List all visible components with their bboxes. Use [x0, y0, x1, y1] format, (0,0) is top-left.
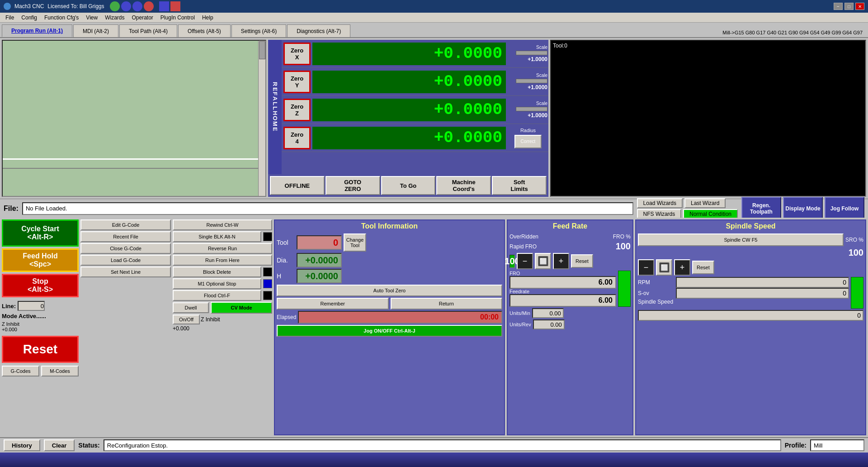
tab-mdi[interactable]: MDI (Alt-2) [73, 24, 118, 37]
fro-center-button[interactable]: 🔲 [535, 253, 551, 269]
fro-label: FRO [509, 271, 520, 276]
gcode-scrollbar[interactable] [258, 41, 265, 196]
close-gcode-button[interactable]: Close G-Code [80, 243, 171, 254]
tab-settings[interactable]: Settings (Alt-6) [231, 24, 286, 37]
block-delete-button[interactable]: Block Delete [173, 267, 261, 277]
menu-config[interactable]: Config [18, 14, 41, 22]
spindle-speed-value: 0 [638, 310, 863, 321]
zero-y-button[interactable]: ZeroY [283, 71, 311, 93]
app-title: Mach3 CNC [14, 3, 44, 10]
rewind-button[interactable]: Rewind Ctrl-W [173, 219, 272, 230]
file-input[interactable] [22, 202, 633, 215]
single-blk-button[interactable]: Single BLK Alt-N [173, 231, 261, 242]
dro-z-scale: Scale +1.0000 [508, 100, 548, 119]
tool-action-buttons: Auto Tool Zero [277, 285, 502, 296]
on-off-button[interactable]: On/Off [173, 315, 200, 324]
sov-row: S-ov 0 [638, 288, 849, 299]
jog-on-off-button[interactable]: Jog ON/OFF Ctrl-Alt-J [277, 325, 502, 337]
to-go-button[interactable]: To Go [381, 176, 436, 195]
clear-button[interactable]: Clear [44, 439, 75, 451]
fro-controls-row: 100 − 🔲 + Reset [509, 253, 631, 269]
dia-label: Dia. [277, 257, 295, 264]
run-from-here-button[interactable]: Run From Here [173, 255, 272, 266]
dro-z-row: ZeroZ +0.0000 Scale +1.0000 [282, 96, 548, 124]
menu-wizards[interactable]: Wizards [101, 14, 128, 22]
tab-bar: Program Run (Alt-1) MDI (Alt-2) Tool Pat… [0, 23, 868, 38]
history-button[interactable]: History [4, 439, 40, 451]
change-tool-button[interactable]: ChangeTool [344, 234, 366, 252]
restore-button[interactable]: □ [844, 3, 854, 10]
dro-z-scale-bar [516, 107, 547, 111]
spindle-plus-button[interactable]: + [674, 259, 690, 276]
dro-x-scale-bar [516, 51, 547, 55]
edit-gcode-button[interactable]: Edit G-Code [80, 219, 171, 230]
fro-minus-button[interactable]: − [517, 253, 533, 269]
offline-button[interactable]: OFFLINE [270, 176, 325, 195]
fro-plus-button[interactable]: + [553, 253, 569, 269]
elapsed-label: Elapsed [277, 314, 296, 320]
status-icon-2 [121, 1, 131, 11]
last-wizard-button[interactable]: Last Wizard [684, 198, 726, 208]
flood-button[interactable]: Flood Ctrl-F [173, 290, 261, 301]
elapsed-value: 00:00 [298, 311, 502, 324]
menu-function-cfgs[interactable]: Function Cfg's [41, 14, 82, 22]
tool-label: Tool [277, 239, 295, 246]
return-button[interactable]: Return [391, 298, 503, 310]
line-input[interactable] [18, 301, 45, 311]
spindle-center-button[interactable]: 🔲 [656, 259, 672, 276]
radius-correct-button[interactable]: Correct [514, 135, 542, 148]
cycle-start-button[interactable]: Cycle Start<Alt-R> [2, 219, 79, 247]
flood-indicator [263, 291, 272, 300]
regen-toolpath-button[interactable]: Regen. Toolpath [741, 197, 781, 220]
jog-follow-button[interactable]: Jog Follow [825, 197, 864, 220]
dwell-button[interactable]: Dwell [173, 302, 209, 313]
fro-percent-value: 100 [616, 241, 631, 252]
auto-tool-zero-button[interactable]: Auto Tool Zero [277, 285, 502, 296]
reverse-run-button[interactable]: Reverse Run [173, 243, 272, 254]
gcodes-button[interactable]: G-Codes [2, 366, 39, 376]
menu-view[interactable]: View [82, 14, 101, 22]
reset-button[interactable]: Reset [2, 336, 79, 363]
minimize-button[interactable]: − [834, 3, 843, 10]
spindle-minus-button[interactable]: − [638, 259, 654, 276]
mode-active-label: Mode Active...... [2, 313, 79, 319]
zero-4-button[interactable]: Zero4 [283, 127, 311, 149]
load-gcode-button[interactable]: Load G-Code [80, 255, 171, 266]
stop-button[interactable]: Stop<Alt-S> [2, 274, 79, 297]
display-mode-button[interactable]: Display Mode [783, 197, 823, 220]
zero-x-button[interactable]: ZeroX [283, 43, 311, 65]
elapsed-row: Elapsed 00:00 [277, 311, 502, 324]
soft-limits-button[interactable]: SoftLimits [492, 176, 547, 195]
tab-diagnostics[interactable]: Diagnostics (Alt-7) [287, 24, 350, 37]
optional-stop-button[interactable]: M1 Optional Stop [173, 278, 261, 289]
spindle-cw-button[interactable]: Spindle CW F5 [638, 234, 844, 246]
feed-hold-button[interactable]: Feed Hold<Spc> [2, 248, 79, 272]
gcode-current-line [3, 168, 258, 169]
load-wizards-button[interactable]: Load Wizards [637, 198, 683, 208]
remember-button[interactable]: Remember [277, 298, 389, 310]
tab-tool-path[interactable]: Tool Path (Alt-4) [119, 24, 177, 37]
title-bar: Mach3 CNC Licensed To: Bill Griggs − □ ✕ [0, 0, 868, 13]
menu-operator[interactable]: Operator [128, 14, 157, 22]
recent-file-button[interactable]: Recent File [80, 231, 171, 242]
close-button[interactable]: ✕ [855, 3, 864, 10]
feedrate-label: Feedrate [509, 289, 529, 294]
menu-file[interactable]: File [2, 14, 18, 22]
set-next-line-button[interactable]: Set Next Line [80, 267, 171, 277]
tab-program-run[interactable]: Program Run (Alt-1) [2, 24, 72, 37]
goto-zero-button[interactable]: GOTOZERO [326, 176, 380, 195]
machine-coords-button[interactable]: MachineCoord's [436, 176, 491, 195]
tab-offsets[interactable]: Offsets (Alt-5) [178, 24, 231, 37]
sro-value: 100 [849, 248, 863, 257]
dro-y-scale: Scale +1.0000 [508, 72, 548, 91]
fro-display: FRO 6.00 Feedrate 6.00 [509, 271, 616, 307]
menu-plugin-control[interactable]: PlugIn Control [157, 14, 198, 22]
cv-mode-button[interactable]: CV Mode [211, 302, 272, 314]
mcodes-button[interactable]: M-Codes [41, 366, 79, 376]
menu-help[interactable]: Help [198, 14, 217, 22]
fro-reset-button[interactable]: Reset [571, 254, 593, 268]
spindle-reset-button[interactable]: Reset [692, 261, 714, 274]
gcode-scrollbar-thumb[interactable] [259, 41, 265, 59]
rewind-row: Rewind Ctrl-W [173, 219, 272, 230]
zero-z-button[interactable]: ZeroZ [283, 99, 311, 121]
